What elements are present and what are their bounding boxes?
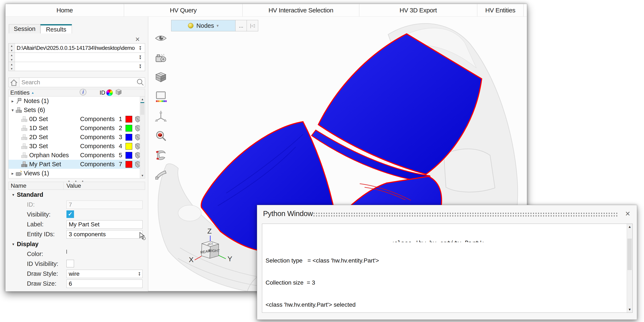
tab-session[interactable]: Session: [9, 24, 40, 34]
cube-face-rear: REAR: [200, 249, 211, 254]
color-wheel-icon[interactable]: [106, 89, 113, 96]
combo-dropdown-icon[interactable]: ▾▾: [136, 53, 145, 62]
set-color-swatch[interactable]: [126, 116, 132, 122]
visibility-checkbox[interactable]: ✓: [66, 210, 74, 218]
axis-x-label: X: [189, 256, 194, 264]
scroll-down-icon[interactable]: ▼: [627, 307, 632, 312]
group-standard[interactable]: ▾ Standard: [8, 190, 145, 200]
tree-type: Components: [80, 134, 114, 140]
expand-collapsed-icon[interactable]: ▸: [10, 171, 15, 176]
ribbon-tab-hv-entities[interactable]: HV Entities: [477, 4, 524, 16]
spinner-buttons[interactable]: ▴▾: [8, 53, 15, 62]
result-combo-2[interactable]: ▴▾ ▾▾: [8, 52, 145, 62]
find-entity-icon[interactable]: [154, 129, 168, 143]
tree-id: 7: [119, 161, 122, 168]
draw-style-select[interactable]: wire ▾▾: [66, 270, 142, 278]
tree-row-set[interactable]: 3D Set Components 4: [8, 142, 145, 151]
display-legend-icon[interactable]: [154, 90, 168, 104]
scroll-up-icon[interactable]: ▲: [627, 224, 632, 230]
group-expanded-icon[interactable]: ▾: [10, 192, 17, 197]
file-path-combo[interactable]: ▴▾ D:\Altair\Dev\2025.0.0.15-141734\hwde…: [8, 43, 145, 52]
result-combo-3[interactable]: ▴▾ ▾▾: [8, 62, 145, 71]
tree-type: Components: [80, 116, 114, 122]
tree-row-set[interactable]: 0D Set Components 1: [8, 114, 145, 124]
prop-label: Visibility:: [27, 211, 50, 218]
spinner-down-icon[interactable]: ▾: [8, 58, 15, 62]
tab-results[interactable]: Results: [40, 24, 72, 34]
spinner-up-icon[interactable]: ▴: [8, 44, 15, 48]
display-cube-icon[interactable]: [115, 88, 122, 97]
scrollbar-thumb[interactable]: [140, 102, 144, 115]
tree-label: 3D Set: [29, 143, 48, 150]
ribbon-tab-hv-interactive-selection[interactable]: HV Interactive Selection: [243, 4, 359, 16]
console-scrollbar[interactable]: ▲ ▼: [627, 224, 632, 312]
combo-value-empty: [15, 62, 136, 71]
draw-size-field[interactable]: 6: [66, 280, 142, 288]
tree-row-notes[interactable]: ▸ Notes (1): [8, 96, 145, 106]
search-icon[interactable]: [136, 78, 145, 86]
spinner-down-icon[interactable]: ▾: [8, 48, 15, 53]
spinner-up-icon[interactable]: ▴: [8, 53, 15, 58]
combo-dropdown-icon[interactable]: ▾▾: [136, 62, 145, 71]
close-icon[interactable]: ×: [133, 35, 142, 44]
set-color-swatch[interactable]: [126, 143, 132, 150]
set-color-swatch[interactable]: [126, 152, 132, 159]
browser-tabs: Session Results: [9, 24, 72, 34]
set-color-swatch[interactable]: [126, 134, 132, 140]
label-field[interactable]: My Part Set: [66, 220, 142, 229]
tree-row-set[interactable]: 1D Set Components 2: [8, 124, 145, 133]
scrollbar-thumb[interactable]: [628, 238, 632, 270]
spinner-down-icon[interactable]: ▾: [8, 66, 15, 71]
info-icon[interactable]: i: [80, 88, 86, 97]
tree-scrollbar[interactable]: ▲ ▼: [140, 96, 145, 178]
entity-type-selector[interactable]: Nodes ▾: [171, 20, 236, 31]
color-swatch[interactable]: [66, 250, 67, 254]
spinner-buttons[interactable]: ▴▾: [8, 44, 15, 52]
selector-more-button[interactable]: ...: [236, 20, 247, 31]
ribbon-tab-home[interactable]: Home: [6, 4, 124, 16]
model-cube-icon[interactable]: [154, 71, 168, 85]
windshield-roof-part: [318, 34, 482, 174]
scroll-down-icon[interactable]: ▼: [140, 173, 145, 178]
tree-row-my-part-set[interactable]: My Part Set Components 7: [8, 160, 145, 169]
prop-row-draw-size: Draw Size: 6: [8, 279, 145, 288]
id-visibility-checkbox[interactable]: [66, 260, 74, 267]
search-input[interactable]: [19, 79, 136, 86]
set-color-swatch[interactable]: [126, 125, 132, 132]
prop-label: ID:: [27, 201, 35, 208]
entities-list-header[interactable]: Entities ▲ i ID: [8, 89, 145, 96]
cube-face-right: RIGHT: [209, 249, 220, 253]
triad-icon[interactable]: [154, 110, 168, 124]
group-display[interactable]: ▾ Display: [8, 239, 145, 249]
part-icon[interactable]: [154, 148, 168, 162]
tree-row-set[interactable]: Orphan Nodes Components 5: [8, 151, 145, 160]
set-cubes-icon: [21, 152, 29, 159]
set-color-swatch[interactable]: [126, 161, 132, 168]
drag-handle-icon[interactable]: [314, 213, 619, 218]
spinner-buttons[interactable]: ▴▾: [8, 62, 15, 71]
ribbon-tab-hv-3d-export[interactable]: HV 3D Export: [359, 4, 477, 16]
section-wedge-icon[interactable]: [154, 168, 168, 182]
selector-reset-button[interactable]: |◁: [247, 20, 258, 31]
group-expanded-icon[interactable]: ▾: [10, 242, 17, 246]
expand-expanded-icon[interactable]: ▾: [10, 108, 15, 113]
properties-header: Name Value: [8, 182, 145, 190]
tree-row-views[interactable]: ▸ Views (1): [8, 169, 145, 178]
close-icon[interactable]: ×: [625, 209, 630, 218]
python-console[interactable]: = <class 'hw.hv.entity.Part'> Selection …: [262, 224, 633, 313]
tree-label: 1D Set: [29, 125, 48, 132]
tree-row-sets[interactable]: ▾ Sets (6): [8, 106, 145, 114]
entity-ids-field[interactable]: 3 components: [66, 230, 142, 238]
prop-row-visibility: Visibility: ✓: [8, 210, 145, 220]
ribbon-tab-hv-query[interactable]: HV Query: [124, 4, 243, 16]
selector-label: Nodes: [196, 22, 214, 29]
tree-row-set[interactable]: 2D Set Components 3: [8, 133, 145, 142]
combo-dropdown-icon[interactable]: ▾▾: [136, 44, 145, 52]
camera-icon[interactable]: [154, 52, 168, 65]
expand-collapsed-icon[interactable]: ▸: [10, 98, 15, 104]
home-button[interactable]: [8, 78, 19, 87]
eye-icon[interactable]: [154, 31, 168, 45]
spinner-up-icon[interactable]: ▴: [8, 62, 15, 66]
tree-type: Components: [80, 143, 114, 150]
scroll-up-icon[interactable]: ▲: [140, 96, 145, 102]
